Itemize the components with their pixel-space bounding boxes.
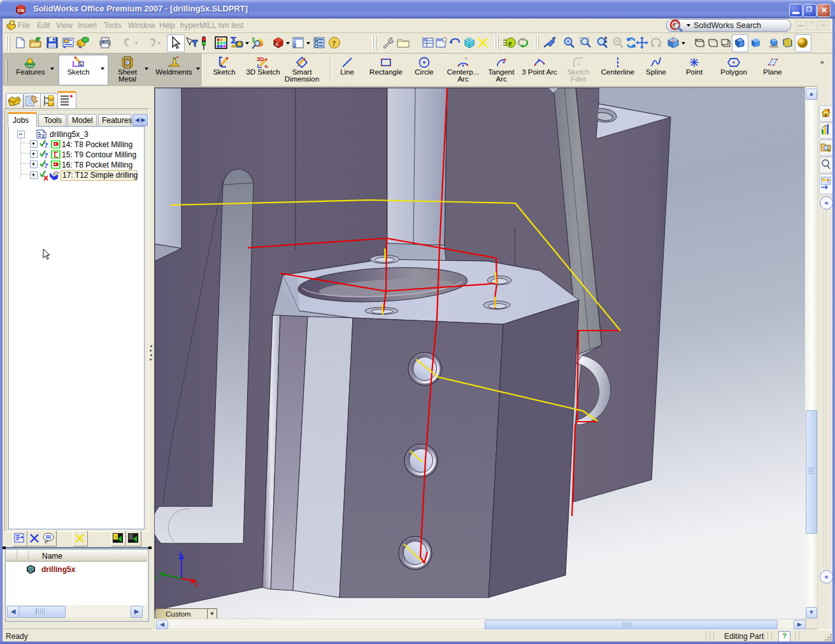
svg-text:Z: Z [178, 550, 182, 557]
svg-text:?: ? [114, 534, 117, 540]
svg-text:S: S [275, 41, 279, 47]
svg-text:?: ? [332, 38, 336, 48]
svg-text:Y: Y [155, 575, 159, 582]
svg-text:SW: SW [17, 8, 25, 13]
svg-text:e: e [508, 38, 512, 48]
svg-text:?: ? [44, 161, 48, 169]
svg-text:?: ? [44, 140, 48, 149]
svg-text:?: ? [44, 150, 48, 159]
svg-text:X: X [195, 582, 199, 589]
